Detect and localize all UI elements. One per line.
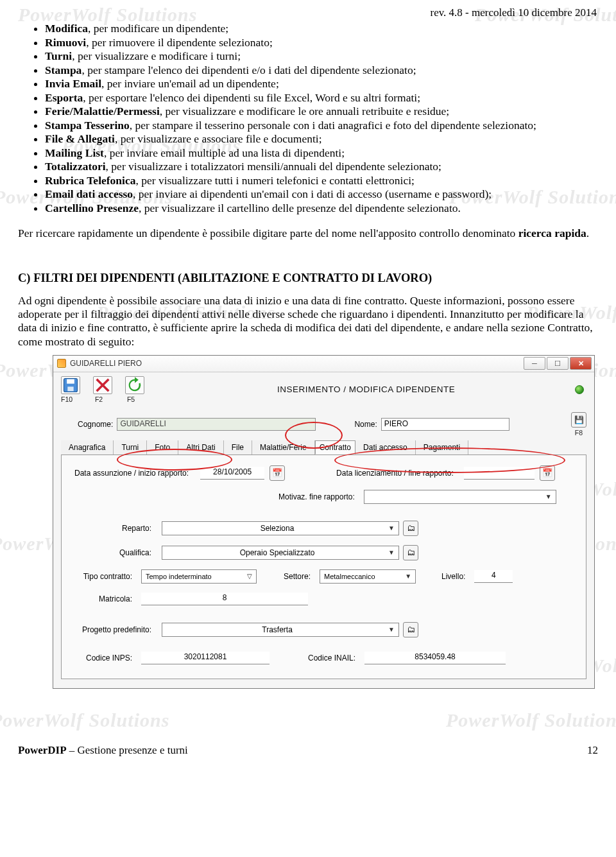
input-nome[interactable]: PIERO <box>381 418 509 431</box>
footer-title: PowerDIP – Gestione presenze e turni <box>18 744 188 757</box>
label-livello: Livello: <box>441 572 465 581</box>
disk-icon <box>62 376 80 394</box>
tab-anagrafica[interactable]: Anagrafica <box>61 440 114 454</box>
tab-file[interactable]: File <box>224 440 252 454</box>
title-bar: GUIDARELLI PIERO ─ ☐ ✕ <box>53 356 594 372</box>
app-icon <box>57 359 66 368</box>
app-window: GUIDARELLI PIERO ─ ☐ ✕ F10 <box>53 355 595 689</box>
input-matricola[interactable]: 8 <box>141 593 308 605</box>
input-livello[interactable]: 4 <box>474 570 513 583</box>
save-shortcut-button[interactable]: 💾 <box>571 412 586 428</box>
select-reparto[interactable]: Seleziona▼ <box>162 521 399 535</box>
feature-item: Rimuovi, per rimuovere il dipendente sel… <box>45 36 598 50</box>
input-codice-inps[interactable]: 3020112081 <box>141 652 270 664</box>
window-minimize-button[interactable]: ─ <box>524 357 545 370</box>
name-row: Cognome: GUIDARELLI Nome: PIERO 💾 F8 <box>61 412 586 437</box>
open-icon: 🗂 <box>407 625 415 634</box>
contratto-pane: Data assunzione / inizio rapporto: 28/10… <box>61 455 586 679</box>
label-tipo-contratto: Tipo contratto: <box>74 572 132 581</box>
label-nome: Nome: <box>354 420 377 429</box>
select-qualifica[interactable]: Operaio Specializzato▼ <box>162 546 399 560</box>
tab-foto[interactable]: Foto <box>147 440 178 454</box>
open-icon: 🗂 <box>407 523 415 533</box>
tab-bar: AnagraficaTurniFotoAltri DatiFileMalatti… <box>61 440 586 455</box>
open-button[interactable]: 🗂 <box>403 521 418 536</box>
select-value: Metalmeccanico <box>324 573 375 580</box>
select-value: Seleziona <box>261 524 295 533</box>
input-cognome[interactable]: GUIDARELLI <box>117 418 316 431</box>
label-settore: Settore: <box>284 572 311 581</box>
form-title: INSERIMENTO / MODIFICA DIPENDENTE <box>157 385 575 394</box>
feature-item: Rubrica Telefonica, per visualizzare tut… <box>45 174 598 188</box>
date-picker-button[interactable]: 📅 <box>270 465 285 481</box>
section-heading-c: C) FILTRI DEI DIPENDENTI (ABILITAZIONE E… <box>18 272 598 285</box>
shortcut-label: F2 <box>95 395 103 403</box>
label-progetto: Progetto predefinito: <box>74 625 151 634</box>
select-motivazione[interactable]: ▼ <box>364 490 556 504</box>
tab-pagamenti[interactable]: Pagamenti <box>416 440 468 454</box>
select-progetto[interactable]: Trasferta▼ <box>162 623 399 637</box>
status-indicator-icon <box>575 385 584 394</box>
label-codice-inail: Codice INAIL: <box>308 654 355 662</box>
text: . <box>586 227 589 239</box>
input-codice-inail[interactable]: 8534059.48 <box>364 652 506 664</box>
select-value: Operaio Specializzato <box>240 548 315 557</box>
search-paragraph: Per ricercare rapidamente un dipendente … <box>18 227 598 240</box>
label-assunzione: Data assunzione / inizio rapporto: <box>74 469 189 478</box>
open-button[interactable]: 🗂 <box>403 622 418 637</box>
label-licenziamento: Data licenziamento / fine rapporto: <box>336 469 454 478</box>
window-title: GUIDARELLI PIERO <box>70 359 522 368</box>
select-tipo-contratto[interactable]: Tempo indeterminato▽ <box>141 569 257 584</box>
toolbar: F10 F2 F5 INSERIMENTO / MODIFICA DIPENDE… <box>61 376 586 403</box>
tab-malattie-ferie[interactable]: Malattie/Ferie <box>252 440 315 454</box>
feature-item: Cartellino Presenze, per visualizzare il… <box>45 202 598 216</box>
text-emph: ricerca rapida <box>518 227 586 239</box>
feature-item: Totalizzatori, per visualizzare i totali… <box>45 160 598 174</box>
delete-icon <box>94 376 112 394</box>
tab-altri-dati[interactable]: Altri Dati <box>178 440 223 454</box>
chevron-down-icon: ▼ <box>405 573 411 580</box>
date-picker-button[interactable]: 📅 <box>540 465 555 481</box>
section-c-paragraph: Ad ogni dipendente è possibile associare… <box>18 294 598 349</box>
label-motivazione: Motivaz. fine rapporto: <box>278 492 355 501</box>
text: Per ricercare rapidamente un dipendente … <box>18 227 518 239</box>
label-matricola: Matricola: <box>74 594 132 603</box>
tab-dati-accesso[interactable]: Dati accesso <box>355 440 416 454</box>
input-data-assunzione[interactable]: 28/10/2005 <box>200 467 264 480</box>
select-value: Trasferta <box>262 625 293 634</box>
feature-item: Mailing List, per inviare email multiple… <box>45 146 598 160</box>
save-button[interactable] <box>61 376 80 394</box>
shortcut-label: F5 <box>127 395 135 403</box>
revision-header: rev. 4.8 - mercoledì 10 dicembre 2014 <box>18 6 597 19</box>
input-data-licenziamento[interactable] <box>464 467 535 480</box>
shortcut-label: F8 <box>575 429 583 437</box>
tab-turni[interactable]: Turni <box>114 440 147 454</box>
select-settore[interactable]: Metalmeccanico▼ <box>320 569 416 584</box>
open-button[interactable]: 🗂 <box>403 545 418 560</box>
feature-item: Stampa, per stampare l'elenco dei dipend… <box>45 64 598 78</box>
feature-item: Modifica, per modificare un dipendente; <box>45 22 598 36</box>
tab-contratto[interactable]: Contratto <box>315 440 355 454</box>
feature-list: Modifica, per modificare un dipendente;R… <box>18 22 598 215</box>
refresh-button[interactable] <box>125 376 144 394</box>
feature-item: Email dati accesso, per inviare ai dipen… <box>45 187 598 202</box>
chevron-down-icon: ▽ <box>247 573 252 580</box>
page-number: 12 <box>587 744 598 757</box>
disk-icon: 💾 <box>574 415 584 424</box>
delete-button[interactable] <box>93 376 112 394</box>
feature-item: Invia Email, per inviare un'email ad un … <box>45 77 598 91</box>
window-close-button[interactable]: ✕ <box>570 357 592 370</box>
refresh-icon <box>126 376 144 394</box>
label-codice-inps: Codice INPS: <box>74 654 132 662</box>
window-maximize-button[interactable]: ☐ <box>547 357 569 370</box>
chevron-down-icon: ▼ <box>388 524 395 532</box>
open-icon: 🗂 <box>407 548 415 557</box>
label-cognome: Cognome: <box>78 420 113 429</box>
svg-rect-1 <box>67 379 74 384</box>
label-reparto: Reparto: <box>74 524 151 533</box>
chevron-down-icon: ▼ <box>388 549 395 556</box>
chevron-down-icon: ▼ <box>388 626 395 633</box>
calendar-icon: 📅 <box>272 468 282 478</box>
shortcut-label: F10 <box>61 395 73 403</box>
select-value: Tempo indeterminato <box>146 573 212 580</box>
